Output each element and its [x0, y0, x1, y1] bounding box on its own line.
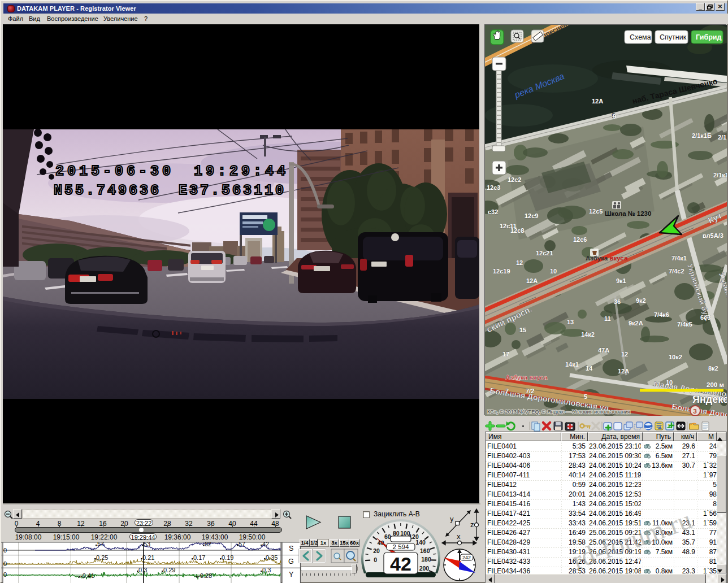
svg-text:82: 82 — [205, 541, 211, 547]
svg-text:14к1: 14к1 — [565, 361, 579, 368]
svg-text:14: 14 — [586, 365, 593, 372]
svg-text:36: 36 — [614, 298, 621, 305]
svg-text:57: 57 — [239, 541, 245, 547]
svg-text:N55.749636 E37.563110: N55.749636 E37.563110 — [54, 182, 286, 199]
svg-text:42: 42 — [262, 541, 269, 547]
svg-text:7/2: 7/2 — [526, 388, 534, 394]
svg-text:10к2: 10к2 — [669, 354, 682, 360]
svg-text:9к2: 9к2 — [636, 297, 646, 304]
svg-text:Y: Y — [289, 571, 294, 578]
svg-text:x: x — [457, 532, 461, 541]
svg-text:S: S — [289, 545, 293, 552]
svg-text:с32: с32 — [488, 208, 498, 215]
svg-text:13: 13 — [567, 319, 574, 325]
svg-text:10: 10 — [666, 379, 673, 386]
svg-text:242: 242 — [462, 555, 471, 560]
svg-text:160: 160 — [420, 547, 430, 554]
svg-text:2015-06-30 19:29:44: 2015-06-30 19:29:44 — [55, 163, 289, 180]
svg-text:Схема: Схема — [630, 33, 651, 41]
svg-text:12с8: 12с8 — [510, 227, 524, 234]
svg-text:y: y — [450, 515, 454, 523]
svg-text:5: 5 — [584, 393, 587, 400]
svg-text:Азбука вкуса: Азбука вкуса — [505, 374, 548, 381]
svg-text:14к2: 14к2 — [581, 331, 595, 338]
svg-text:12с3: 12с3 — [487, 184, 500, 191]
svg-text:2 594: 2 594 — [393, 543, 409, 550]
svg-text:0.35: 0.35 — [266, 554, 278, 561]
svg-text:53: 53 — [144, 541, 150, 547]
svg-text:8к2: 8к2 — [708, 365, 718, 372]
svg-text:200 м: 200 м — [707, 381, 724, 388]
svg-text:10: 10 — [550, 268, 557, 275]
svg-text:12с9: 12с9 — [525, 212, 538, 219]
svg-text:57: 57 — [97, 541, 104, 547]
svg-text:0.29: 0.29 — [163, 567, 175, 573]
svg-text:12А: 12А — [592, 98, 603, 105]
svg-text:9к1: 9к1 — [616, 277, 626, 284]
svg-text:12с5: 12с5 — [589, 208, 603, 215]
svg-text:З: З — [693, 408, 697, 415]
svg-text:0.17: 0.17 — [193, 554, 205, 561]
svg-text:7/4к1: 7/4к1 — [671, 255, 687, 262]
svg-text:0: 0 — [374, 556, 377, 563]
svg-text:0: 0 — [3, 560, 7, 567]
svg-text:12с19: 12с19 — [493, 268, 510, 275]
svg-text:12с6: 12с6 — [573, 236, 587, 243]
svg-text:КС», © 2013 NAVTEQ, © Яндекс —: КС», © 2013 NAVTEQ, © Яндекс — Условия и… — [487, 409, 630, 415]
svg-text:Спутник: Спутник — [660, 33, 687, 41]
svg-text:6с3: 6с3 — [700, 314, 710, 321]
svg-text:9: 9 — [613, 113, 616, 120]
svg-text:140: 140 — [415, 539, 426, 546]
svg-text:9к2А: 9к2А — [629, 320, 643, 327]
svg-text:12с21: 12с21 — [536, 250, 553, 256]
svg-text:Азбука вкуса: Азбука вкуса — [586, 255, 628, 262]
svg-text:42: 42 — [390, 553, 411, 575]
svg-text:12А: 12А — [618, 368, 629, 375]
svg-text:-0.41: -0.41 — [80, 572, 94, 579]
svg-text:12: 12 — [621, 351, 628, 358]
svg-text:0: 0 — [3, 571, 7, 578]
svg-text:7/4к5: 7/4к5 — [677, 321, 692, 328]
svg-text:7/4с2: 7/4с2 — [669, 268, 684, 275]
svg-text:0: 0 — [3, 547, 7, 554]
svg-text:0.3: 0.3 — [262, 567, 271, 573]
svg-text:12: 12 — [516, 259, 523, 266]
svg-text:47А: 47А — [598, 347, 609, 354]
svg-text:-0.28: -0.28 — [198, 572, 212, 579]
svg-text:Гибрид: Гибрид — [696, 33, 722, 41]
svg-text:200: 200 — [419, 565, 430, 572]
svg-text:17: 17 — [502, 351, 509, 358]
svg-text:0.3: 0.3 — [138, 567, 147, 573]
svg-text:0.21: 0.21 — [142, 554, 154, 561]
svg-text:20: 20 — [373, 547, 380, 554]
svg-text:2/1: 2/1 — [718, 134, 726, 141]
svg-text:вл5А/3: вл5А/3 — [703, 232, 723, 239]
svg-text:z: z — [470, 520, 474, 529]
svg-text:11: 11 — [604, 315, 611, 322]
svg-text:G: G — [288, 558, 294, 565]
svg-text:2/1к1Б: 2/1к1Б — [692, 132, 712, 139]
svg-text:180: 180 — [421, 556, 431, 563]
svg-text:12А: 12А — [526, 277, 538, 284]
svg-text:60: 60 — [384, 533, 391, 540]
svg-text:0.25: 0.25 — [96, 554, 108, 561]
svg-text:7/4к6: 7/4к6 — [654, 311, 669, 318]
svg-text:2/1к1А: 2/1к1А — [713, 172, 727, 179]
svg-text:15: 15 — [519, 327, 526, 333]
svg-text:12с2: 12с2 — [508, 176, 521, 183]
svg-text:Яндекс: Яндекс — [692, 394, 727, 405]
svg-text:7: 7 — [505, 388, 509, 394]
svg-text:0.19: 0.19 — [222, 554, 233, 561]
svg-text:Школа № 1230: Школа № 1230 — [605, 210, 651, 217]
